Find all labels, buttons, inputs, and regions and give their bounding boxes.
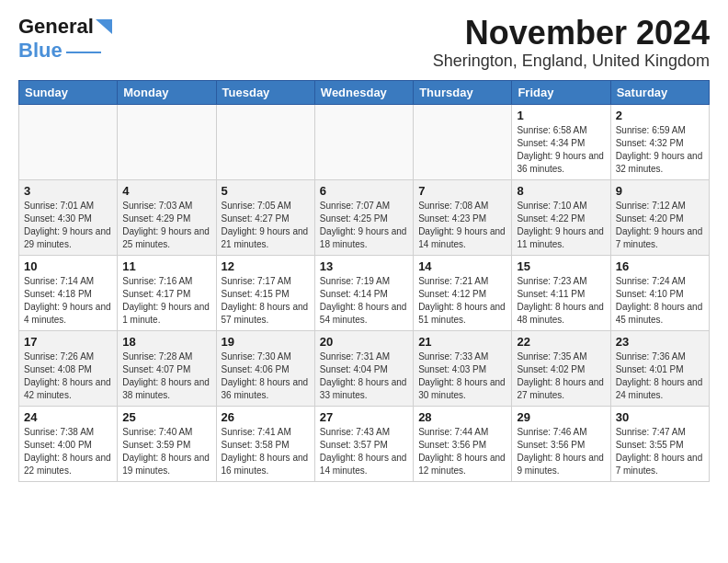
day-info: Sunrise: 6:59 AM Sunset: 4:32 PM Dayligh… [616,124,704,176]
table-row: 6Sunrise: 7:07 AM Sunset: 4:25 PM Daylig… [314,179,413,255]
table-row: 14Sunrise: 7:21 AM Sunset: 4:12 PM Dayli… [414,255,512,330]
table-row: 7Sunrise: 7:08 AM Sunset: 4:23 PM Daylig… [414,179,512,255]
table-row: 2Sunrise: 6:59 AM Sunset: 4:32 PM Daylig… [610,104,709,179]
day-number: 25 [122,410,210,424]
day-info: Sunrise: 7:01 AM Sunset: 4:30 PM Dayligh… [24,200,112,251]
logo-triangle-icon [96,16,112,36]
day-info: Sunrise: 7:44 AM Sunset: 3:56 PM Dayligh… [418,426,506,477]
calendar-week-row: 24Sunrise: 7:38 AM Sunset: 4:00 PM Dayli… [19,406,710,481]
day-info: Sunrise: 7:38 AM Sunset: 4:00 PM Dayligh… [24,426,112,477]
table-row: 19Sunrise: 7:30 AM Sunset: 4:06 PM Dayli… [216,330,314,406]
day-number: 29 [517,410,605,424]
day-number: 21 [418,335,506,349]
table-row: 15Sunrise: 7:23 AM Sunset: 4:11 PM Dayli… [512,255,610,330]
table-row: 20Sunrise: 7:31 AM Sunset: 4:04 PM Dayli… [314,330,413,406]
calendar-week-row: 1Sunrise: 6:58 AM Sunset: 4:34 PM Daylig… [19,104,710,179]
day-number: 20 [320,335,408,349]
col-saturday: Saturday [610,80,709,104]
table-row: 22Sunrise: 7:35 AM Sunset: 4:02 PM Dayli… [512,330,610,406]
day-info: Sunrise: 7:31 AM Sunset: 4:04 PM Dayligh… [320,350,408,402]
table-row [314,104,413,179]
table-row: 1Sunrise: 6:58 AM Sunset: 4:34 PM Daylig… [512,104,610,179]
table-row: 12Sunrise: 7:17 AM Sunset: 4:15 PM Dayli… [216,255,314,330]
day-number: 15 [517,259,605,273]
logo-general: General [18,15,94,39]
col-monday: Monday [118,80,216,104]
logo-blue: Blue [18,39,63,63]
col-sunday: Sunday [19,80,118,104]
table-row: 10Sunrise: 7:14 AM Sunset: 4:18 PM Dayli… [19,255,118,330]
table-row: 21Sunrise: 7:33 AM Sunset: 4:03 PM Dayli… [414,330,512,406]
table-row [216,104,314,179]
day-info: Sunrise: 7:07 AM Sunset: 4:25 PM Dayligh… [320,200,408,251]
day-info: Sunrise: 7:21 AM Sunset: 4:12 PM Dayligh… [418,275,506,327]
day-info: Sunrise: 7:12 AM Sunset: 4:20 PM Dayligh… [616,200,704,251]
day-number: 22 [517,335,605,349]
day-info: Sunrise: 7:08 AM Sunset: 4:23 PM Dayligh… [418,200,506,251]
location-subtitle: Sherington, England, United Kingdom [433,52,710,71]
day-number: 26 [222,410,310,424]
day-number: 14 [418,259,506,273]
calendar-week-row: 3Sunrise: 7:01 AM Sunset: 4:30 PM Daylig… [19,179,710,255]
day-info: Sunrise: 7:28 AM Sunset: 4:07 PM Dayligh… [122,350,210,402]
table-row: 3Sunrise: 7:01 AM Sunset: 4:30 PM Daylig… [19,179,118,255]
day-info: Sunrise: 7:33 AM Sunset: 4:03 PM Dayligh… [418,350,506,402]
table-row: 4Sunrise: 7:03 AM Sunset: 4:29 PM Daylig… [118,179,216,255]
table-row: 28Sunrise: 7:44 AM Sunset: 3:56 PM Dayli… [414,406,512,481]
day-info: Sunrise: 7:41 AM Sunset: 3:58 PM Dayligh… [222,426,310,477]
day-info: Sunrise: 7:03 AM Sunset: 4:29 PM Dayligh… [122,200,210,251]
day-number: 8 [517,184,605,198]
day-info: Sunrise: 7:47 AM Sunset: 3:55 PM Dayligh… [616,426,704,477]
day-number: 10 [24,259,112,273]
day-number: 2 [616,109,704,122]
month-title: November 2024 [433,15,710,52]
day-info: Sunrise: 7:46 AM Sunset: 3:56 PM Dayligh… [517,426,605,477]
day-info: Sunrise: 7:10 AM Sunset: 4:22 PM Dayligh… [517,200,605,251]
table-row: 18Sunrise: 7:28 AM Sunset: 4:07 PM Dayli… [118,330,216,406]
table-row: 8Sunrise: 7:10 AM Sunset: 4:22 PM Daylig… [512,179,610,255]
header: General Blue November 2024 Sherington, E… [18,15,710,71]
day-number: 12 [222,259,310,273]
day-number: 24 [24,410,112,424]
svg-marker-0 [96,19,112,34]
col-wednesday: Wednesday [314,80,413,104]
day-info: Sunrise: 7:19 AM Sunset: 4:14 PM Dayligh… [320,275,408,327]
day-info: Sunrise: 7:40 AM Sunset: 3:59 PM Dayligh… [122,426,210,477]
page: General Blue November 2024 Sherington, E… [0,0,728,491]
calendar-week-row: 17Sunrise: 7:26 AM Sunset: 4:08 PM Dayli… [19,330,710,406]
table-row [118,104,216,179]
day-info: Sunrise: 7:23 AM Sunset: 4:11 PM Dayligh… [517,275,605,327]
day-info: Sunrise: 7:16 AM Sunset: 4:17 PM Dayligh… [122,275,210,327]
day-number: 3 [24,184,112,198]
table-row [414,104,512,179]
table-row: 13Sunrise: 7:19 AM Sunset: 4:14 PM Dayli… [314,255,413,330]
day-info: Sunrise: 7:36 AM Sunset: 4:01 PM Dayligh… [616,350,704,402]
table-row: 30Sunrise: 7:47 AM Sunset: 3:55 PM Dayli… [610,406,709,481]
day-info: Sunrise: 6:58 AM Sunset: 4:34 PM Dayligh… [517,124,605,176]
table-row [19,104,118,179]
col-thursday: Thursday [414,80,512,104]
day-number: 5 [222,184,310,198]
logo: General Blue [18,15,112,63]
day-number: 7 [418,184,506,198]
col-tuesday: Tuesday [216,80,314,104]
day-info: Sunrise: 7:43 AM Sunset: 3:57 PM Dayligh… [320,426,408,477]
day-number: 16 [616,259,704,273]
day-info: Sunrise: 7:24 AM Sunset: 4:10 PM Dayligh… [616,275,704,327]
day-number: 1 [517,109,605,122]
day-number: 28 [418,410,506,424]
col-friday: Friday [512,80,610,104]
day-info: Sunrise: 7:14 AM Sunset: 4:18 PM Dayligh… [24,275,112,327]
day-info: Sunrise: 7:05 AM Sunset: 4:27 PM Dayligh… [222,200,310,251]
day-info: Sunrise: 7:17 AM Sunset: 4:15 PM Dayligh… [222,275,310,327]
table-row: 27Sunrise: 7:43 AM Sunset: 3:57 PM Dayli… [314,406,413,481]
table-row: 11Sunrise: 7:16 AM Sunset: 4:17 PM Dayli… [118,255,216,330]
table-row: 26Sunrise: 7:41 AM Sunset: 3:58 PM Dayli… [216,406,314,481]
table-row: 23Sunrise: 7:36 AM Sunset: 4:01 PM Dayli… [610,330,709,406]
day-info: Sunrise: 7:35 AM Sunset: 4:02 PM Dayligh… [517,350,605,402]
logo-underline [66,52,101,53]
calendar-week-row: 10Sunrise: 7:14 AM Sunset: 4:18 PM Dayli… [19,255,710,330]
day-number: 27 [320,410,408,424]
table-row: 16Sunrise: 7:24 AM Sunset: 4:10 PM Dayli… [610,255,709,330]
day-number: 17 [24,335,112,349]
